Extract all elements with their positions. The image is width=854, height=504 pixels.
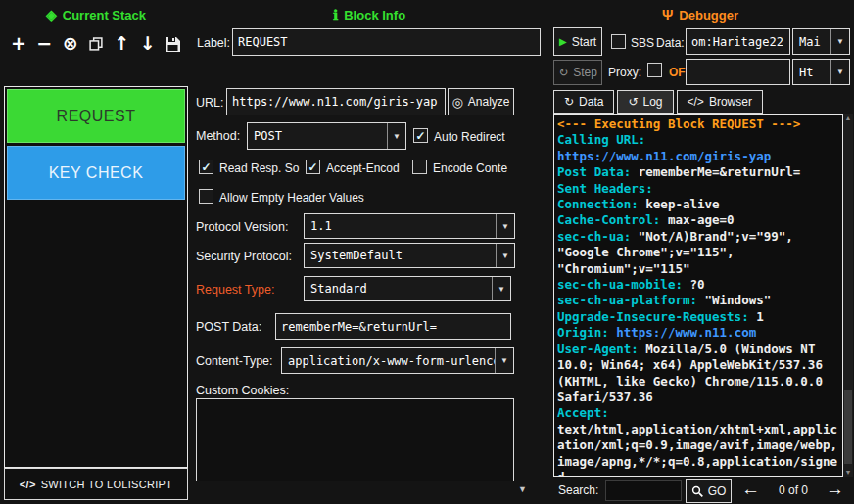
info-icon: ℹ [333,7,338,23]
step-icon: ↻ [558,66,568,79]
custom-cookies-label: Custom Cookies: [196,384,289,397]
block-info-header: ℹ Block Info [192,5,546,24]
method-label: Method: [196,129,240,143]
auto-redirect-label: Auto Redirect [434,130,505,144]
start-button[interactable]: ▶ Start [553,27,602,56]
search-icon [691,485,703,497]
stack-toolbar: +−⊗↑↓ [4,26,188,60]
move-down-icon[interactable]: ↓ [136,34,160,53]
match-counter: 0 of 0 [765,483,822,497]
scroll-down-icon[interactable]: ▼ [518,484,527,494]
stacker-window: ◈ Current Stack ℹ Block Info Ψ Debugger … [0,0,854,504]
log-scrollbar[interactable]: ▲ ▼ [843,114,853,477]
security-protocol-value: SystemDefault [305,249,496,262]
method-dropdown[interactable]: POST ▼ [247,122,406,150]
request-type-dropdown[interactable]: Standard ▼ [304,276,511,301]
log-line: User-Agent: Mozilla/5.0 (Windows NT 10.0… [557,342,839,406]
log-line: Calling URL: https://www.n11.com/giris-y… [557,132,839,164]
search-input[interactable] [605,480,682,501]
stack-icon: ◈ [46,7,57,23]
chevron-down-icon: ▼ [830,29,849,54]
security-protocol-label: Security Protocol: [196,250,292,263]
chevron-down-icon: ▼ [496,214,514,238]
step-label: Step [573,66,597,79]
block-info-title: Block Info [344,8,405,23]
request-type-label: Request Type: [196,283,274,297]
custom-cookies-textarea[interactable] [196,398,514,481]
move-up-icon[interactable]: ↑ [110,34,133,53]
code-icon: </> [20,479,36,490]
log-line: Post Data: rememberMe=&returnUrl= [557,164,839,180]
next-match-icon[interactable]: → [826,480,844,498]
allow-empty-header-checkbox[interactable] [199,189,214,204]
sbs-label: SBS [631,36,654,50]
debugger-tabs: ↻Data↺Log</>Browser [553,90,763,114]
log-line: Connection: keep-alive [557,197,839,212]
read-response-checkbox[interactable] [199,160,214,174]
debugger-log[interactable]: <--- Executing Block REQUEST --->Calling… [553,114,843,477]
content-type-dropdown[interactable]: application/x-www-form-urlenco ▼ [281,347,514,374]
protocol-version-value: 1.1 [305,219,496,233]
debugger-header: Ψ Debugger [546,5,854,24]
delete-icon[interactable]: ⊗ [59,34,82,53]
go-button[interactable]: GO [686,479,732,503]
clone-icon[interactable] [84,34,108,53]
current-stack-header: ◈ Current Stack [0,5,192,24]
accept-encoding-label: Accept-Encod [326,161,400,175]
read-response-label: Read Resp. So [219,161,299,175]
wordlist-type-dropdown[interactable]: Mai ▼ [792,28,850,55]
method-value: POST [248,129,387,143]
stack-block-key-check[interactable]: KEY CHECK [7,146,185,200]
remove-icon[interactable]: − [32,34,56,53]
label-field-label: Label: [197,36,230,50]
stack-block-request[interactable]: REQUEST [7,89,185,143]
current-stack-title: Current Stack [63,8,146,23]
content-type-value: application/x-www-form-urlenco [282,354,495,368]
label-input[interactable] [232,28,541,56]
chevron-down-icon: ▼ [496,244,514,267]
stack-list: REQUESTKEY CHECK [4,86,188,468]
add-icon[interactable]: + [7,34,30,53]
previous-match-icon[interactable]: ← [741,480,760,498]
switch-to-loliscript-label: SWITCH TO LOLISCRIPT [41,479,173,490]
analyze-icon: ◎ [451,95,462,110]
post-data-label: POST Data: [196,320,261,334]
proxy-type-dropdown[interactable]: Ht ▼ [792,59,850,85]
scrollbar-thumb[interactable] [844,390,852,464]
tab-browser[interactable]: </>Browser [677,90,763,114]
save-icon[interactable] [162,34,185,53]
start-label: Start [572,35,596,49]
log-line: Upgrade-Insecure-Requests: 1 [557,309,839,325]
scroll-down-icon[interactable]: ▼ [843,469,853,476]
debugger-title: Debugger [679,8,738,23]
proxy-input[interactable] [686,59,790,85]
accept-encoding-checkbox[interactable] [306,160,320,174]
analyze-button[interactable]: ◎ Analyze [448,88,514,115]
protocol-version-dropdown[interactable]: 1.1 ▼ [304,213,515,239]
url-field-label: URL: [196,96,223,110]
data-input[interactable] [686,28,790,55]
post-data-input[interactable] [275,313,511,340]
encode-content-checkbox[interactable] [412,160,427,174]
log-line: sec-ch-ua-platform: "Windows" [557,293,839,308]
wordlist-type-value: Mai [793,35,830,49]
security-protocol-dropdown[interactable]: SystemDefault ▼ [304,243,515,268]
url-input[interactable] [226,88,446,115]
step-button[interactable]: ↻ Step [553,60,602,85]
go-label: GO [708,484,727,498]
log-line: sec-ch-ua: "Not/A)Brand";v="99", "Google… [557,229,839,277]
log-line: <--- Executing Block REQUEST ---> [557,116,839,132]
proxy-checkbox[interactable] [647,63,662,77]
code-icon: </> [688,95,704,109]
sbs-checkbox[interactable] [611,34,626,49]
switch-to-loliscript-button[interactable]: </> SWITCH TO LOLISCRIPT [4,468,188,500]
log-line: Accept: text/html,application/xhtml+xml,… [557,405,839,477]
tab-data[interactable]: ↻Data [553,90,614,114]
auto-redirect-checkbox[interactable] [413,128,428,143]
allow-empty-header-label: Allow Empty Header Values [219,191,364,205]
refresh-icon: ↻ [564,95,574,109]
scroll-up-icon[interactable]: ▲ [843,115,853,121]
proxy-label: Proxy: [608,66,641,79]
tab-log[interactable]: ↺Log [617,90,673,114]
encode-content-label: Encode Conte [433,161,507,175]
